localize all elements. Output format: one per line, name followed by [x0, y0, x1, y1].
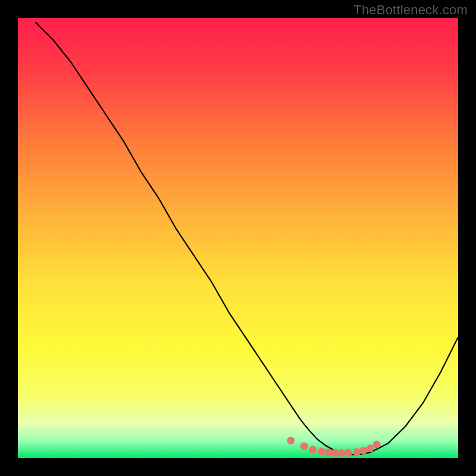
marker-dot — [359, 447, 367, 455]
marker-dot — [287, 437, 295, 444]
marker-dot — [337, 449, 345, 457]
marker-dot — [367, 444, 374, 452]
plot-area — [18, 18, 458, 458]
chart-svg — [18, 18, 458, 458]
marker-dot — [318, 447, 325, 455]
marker-dot — [300, 443, 308, 450]
marker-dot — [373, 441, 381, 449]
marker-dot — [309, 446, 317, 453]
watermark-text: TheBottleneck.com — [353, 2, 468, 18]
marker-dot — [324, 449, 332, 456]
marker-dot — [345, 449, 352, 457]
gradient-background — [18, 18, 458, 458]
chart-container: TheBottleneck.com — [0, 0, 476, 476]
marker-dot — [331, 449, 339, 457]
marker-dot — [353, 448, 361, 456]
